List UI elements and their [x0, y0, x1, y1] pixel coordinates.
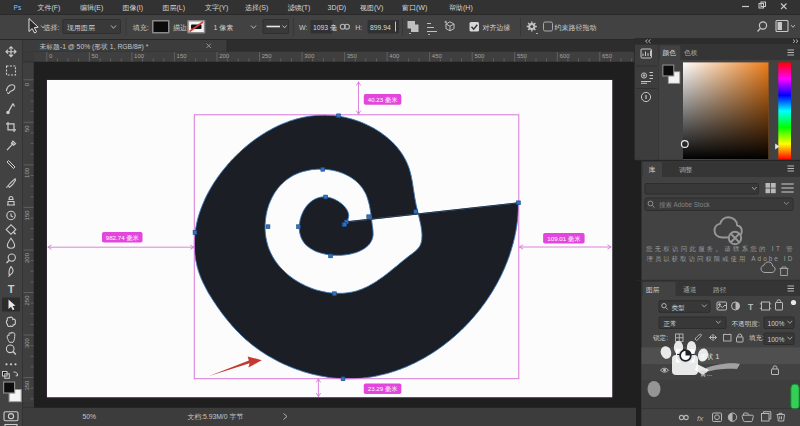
svg-text:450: 450 — [432, 53, 443, 59]
svg-text:路径: 路径 — [713, 286, 727, 294]
svg-text:选择(S): 选择(S) — [245, 4, 268, 12]
svg-text:100%: 100% — [768, 336, 785, 343]
svg-text:Ps: Ps — [14, 4, 22, 11]
svg-text:fx: fx — [697, 414, 704, 423]
svg-text:982.74 毫米: 982.74 毫米 — [106, 234, 140, 241]
svg-text:200: 200 — [219, 53, 230, 59]
svg-text:550: 550 — [517, 53, 528, 59]
svg-text:图像(I): 图像(I) — [123, 4, 144, 12]
svg-text:T: T — [8, 283, 15, 295]
svg-text:350: 350 — [347, 53, 358, 59]
svg-text:50: 50 — [24, 125, 30, 132]
svg-text:100: 100 — [24, 167, 30, 178]
svg-text:650: 650 — [602, 53, 613, 59]
svg-text:背...: 背... — [700, 370, 712, 377]
svg-text:填充:: 填充: — [132, 24, 149, 32]
svg-text:350: 350 — [24, 380, 30, 391]
svg-text:400: 400 — [389, 53, 400, 59]
svg-text:40.23 毫米: 40.23 毫米 — [368, 96, 398, 103]
svg-text:颜色: 颜色 — [663, 49, 677, 56]
svg-text:图层: 图层 — [646, 286, 660, 294]
svg-text:100: 100 — [134, 53, 145, 59]
svg-text:类型: 类型 — [672, 304, 686, 311]
svg-text:文档:5.93M/0 字节: 文档:5.93M/0 字节 — [188, 413, 244, 421]
svg-text:未标题-1 @ 50% (形状 1, RGB/8#) *: 未标题-1 @ 50% (形状 1, RGB/8#) * — [40, 43, 149, 51]
svg-text:H:: H: — [355, 24, 362, 31]
svg-text:899.94: 899.94 — [370, 24, 391, 31]
svg-text:填充:: 填充: — [748, 334, 764, 342]
svg-text:文件(F): 文件(F) — [38, 3, 61, 12]
svg-text:图层(L): 图层(L) — [163, 4, 186, 12]
svg-text:滤镜(T): 滤镜(T) — [288, 4, 311, 12]
svg-text:150: 150 — [24, 210, 30, 221]
svg-text:描边:: 描边: — [173, 24, 189, 32]
svg-text:1 像素: 1 像素 — [214, 24, 234, 32]
svg-text:窗口(W): 窗口(W) — [402, 4, 427, 12]
svg-text:600: 600 — [559, 53, 570, 59]
svg-text:23.29 毫米: 23.29 毫米 — [368, 385, 398, 392]
svg-text:视图(V): 视图(V) — [360, 4, 383, 12]
svg-text:锁定:: 锁定: — [652, 334, 668, 342]
svg-text:W:: W: — [299, 24, 307, 31]
svg-text:现用图层: 现用图层 — [67, 24, 95, 32]
svg-text:您无权访问此服务。请联系您的 IT 管: 您无权访问此服务。请联系您的 IT 管 — [645, 245, 795, 253]
svg-text:300: 300 — [304, 53, 315, 59]
svg-text:帮助(H): 帮助(H) — [449, 4, 473, 12]
svg-text:编辑(E): 编辑(E) — [80, 4, 103, 12]
svg-text:300: 300 — [24, 337, 30, 348]
svg-text:正常: 正常 — [664, 320, 677, 327]
svg-text:对齐边缘: 对齐边缘 — [483, 24, 511, 32]
svg-text:理员以获取访问权限或使用 Adobe ID: 理员以获取访问权限或使用 Adobe ID — [646, 255, 795, 263]
svg-text:搜索 Adobe Stock: 搜索 Adobe Stock — [659, 201, 711, 209]
svg-text:50: 50 — [92, 53, 99, 59]
svg-text:不透明度:: 不透明度: — [732, 320, 760, 328]
svg-text:250: 250 — [24, 295, 30, 306]
svg-text:约束路径拖动: 约束路径拖动 — [555, 24, 597, 32]
svg-text:文字(Y): 文字(Y) — [205, 3, 228, 12]
svg-text:T: T — [748, 302, 754, 312]
svg-text:通道: 通道 — [683, 285, 697, 293]
svg-text:250: 250 — [262, 53, 273, 59]
svg-text:100%: 100% — [768, 320, 785, 327]
svg-text:150: 150 — [177, 53, 188, 59]
svg-text:库: 库 — [649, 166, 656, 173]
svg-text:1093 毫: 1093 毫 — [313, 24, 337, 31]
svg-text:109.01 毫米: 109.01 毫米 — [547, 235, 581, 242]
svg-text:调整: 调整 — [679, 166, 693, 174]
svg-text:500: 500 — [474, 53, 485, 59]
svg-text:选择:: 选择: — [44, 24, 60, 32]
svg-text:色板: 色板 — [684, 49, 698, 56]
svg-text:200: 200 — [24, 252, 30, 263]
svg-text:50%: 50% — [83, 413, 97, 420]
svg-text:3D(D): 3D(D) — [328, 4, 347, 12]
